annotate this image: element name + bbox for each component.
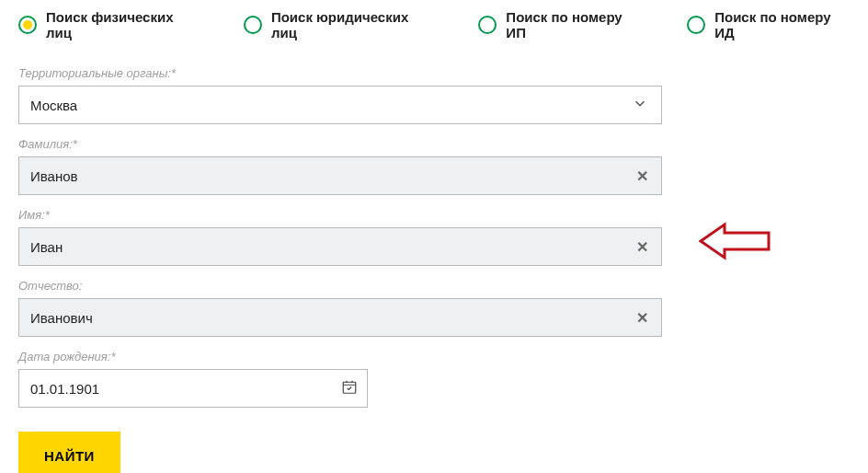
search-form: Территориальные органы:* Москва Фамилия:… [18, 66, 662, 473]
region-value: Москва [30, 98, 77, 113]
tab-label: Поиск физических лиц [46, 9, 198, 40]
radio-icon [244, 16, 262, 34]
field-region: Территориальные органы:* Москва [18, 66, 662, 124]
svg-marker-4 [701, 225, 769, 258]
radio-icon [478, 16, 497, 34]
field-patronymic: Отчество: Иванович ✕ [18, 279, 662, 337]
arrow-annotation-icon [699, 219, 771, 267]
field-name: Имя:* Иван ✕ [18, 208, 662, 266]
surname-input[interactable]: Иванов ✕ [18, 156, 662, 195]
clear-icon[interactable]: ✕ [636, 238, 648, 256]
name-value: Иван [30, 239, 63, 255]
field-label: Территориальные органы:* [18, 66, 662, 80]
patronymic-value: Иванович [30, 310, 93, 326]
tab-legal-entities[interactable]: Поиск юридических лиц [244, 9, 432, 40]
search-button[interactable]: НАЙТИ [18, 432, 120, 473]
field-label: Дата рождения:* [18, 350, 662, 363]
search-type-tabs: Поиск физических лиц Поиск юридических л… [18, 9, 850, 40]
clear-icon[interactable]: ✕ [636, 167, 648, 185]
tab-id-number[interactable]: Поиск по номеру ИД [687, 9, 850, 40]
field-birthdate: Дата рождения:* 01.01.1901 [18, 350, 662, 408]
clear-icon[interactable]: ✕ [636, 309, 648, 327]
tab-label: Поиск по номеру ИД [714, 9, 850, 40]
radio-icon [687, 16, 705, 34]
svg-rect-0 [343, 382, 356, 393]
calendar-icon[interactable] [341, 379, 358, 398]
field-surname: Фамилия:* Иванов ✕ [18, 137, 662, 195]
tab-ip-number[interactable]: Поиск по номеру ИП [478, 9, 641, 40]
field-label: Отчество: [18, 279, 662, 293]
region-select[interactable]: Москва [18, 86, 662, 124]
field-label: Имя:* [18, 208, 662, 222]
name-input[interactable]: Иван ✕ [18, 227, 662, 266]
tab-label: Поиск юридических лиц [271, 9, 432, 40]
surname-value: Иванов [30, 168, 78, 184]
tab-label: Поиск по номеру ИП [506, 9, 641, 40]
birthdate-value: 01.01.1901 [30, 381, 99, 397]
patronymic-input[interactable]: Иванович ✕ [18, 298, 662, 337]
chevron-down-icon [632, 96, 648, 115]
birthdate-input[interactable]: 01.01.1901 [18, 369, 368, 408]
radio-icon [18, 16, 37, 34]
field-label: Фамилия:* [18, 137, 662, 151]
tab-individuals[interactable]: Поиск физических лиц [18, 9, 198, 40]
